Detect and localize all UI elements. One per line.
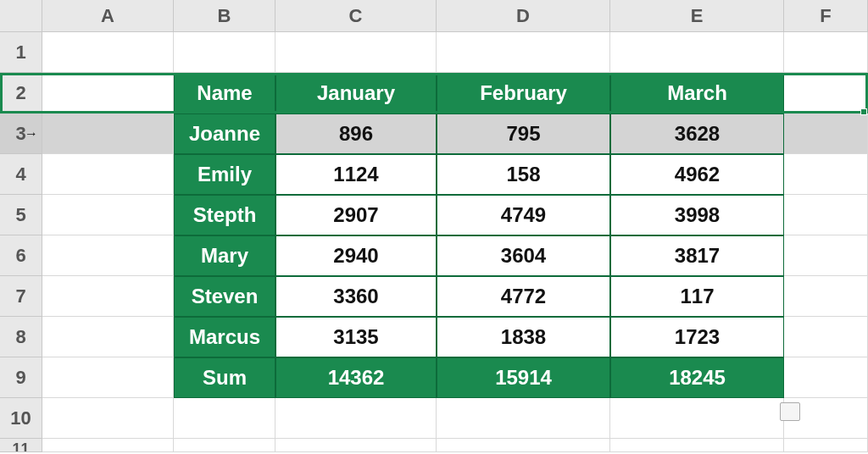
- stepth-mar[interactable]: 3998: [610, 195, 784, 235]
- cell-a1[interactable]: [42, 32, 174, 73]
- sum-label[interactable]: Sum: [174, 357, 275, 398]
- cell-a4[interactable]: [42, 154, 174, 195]
- paste-options-icon[interactable]: [780, 402, 800, 421]
- name-mary[interactable]: Mary: [174, 235, 275, 276]
- cell-c10[interactable]: [275, 398, 437, 439]
- cell-d10[interactable]: [437, 398, 610, 439]
- cell-f8[interactable]: [784, 317, 868, 357]
- col-header-d[interactable]: D: [437, 0, 610, 32]
- cell-f11[interactable]: [784, 439, 868, 452]
- sum-mar[interactable]: 18245: [610, 357, 784, 398]
- sum-jan[interactable]: 14362: [275, 357, 437, 398]
- joanne-mar[interactable]: 3628: [610, 114, 784, 154]
- steven-mar[interactable]: 117: [610, 276, 784, 317]
- cell-b10[interactable]: [174, 398, 275, 439]
- row-header-6[interactable]: 6: [0, 235, 42, 276]
- name-emily[interactable]: Emily: [174, 154, 275, 195]
- row-header-3[interactable]: 3 →: [0, 114, 42, 154]
- col-header-f[interactable]: F: [784, 0, 868, 32]
- cell-a2[interactable]: [42, 73, 174, 114]
- cell-f3[interactable]: [784, 114, 868, 154]
- row-header-8[interactable]: 8: [0, 317, 42, 357]
- joanne-feb[interactable]: 795: [437, 114, 610, 154]
- cell-d11[interactable]: [437, 439, 610, 452]
- name-joanne[interactable]: Joanne: [174, 114, 275, 154]
- row-header-9[interactable]: 9: [0, 357, 42, 398]
- cell-a7[interactable]: [42, 276, 174, 317]
- emily-mar[interactable]: 4962: [610, 154, 784, 195]
- sum-feb[interactable]: 15914: [437, 357, 610, 398]
- row-header-1[interactable]: 1: [0, 32, 42, 73]
- stepth-feb[interactable]: 4749: [437, 195, 610, 235]
- cell-f2[interactable]: [784, 73, 868, 114]
- cell-a6[interactable]: [42, 235, 174, 276]
- cell-a3[interactable]: [42, 114, 174, 154]
- cell-a11[interactable]: [42, 439, 174, 452]
- row-header-10[interactable]: 10: [0, 398, 42, 439]
- cursor-arrow-icon: →: [25, 126, 38, 141]
- row-header-7[interactable]: 7: [0, 276, 42, 317]
- col-header-c[interactable]: C: [275, 0, 437, 32]
- stepth-jan[interactable]: 2907: [275, 195, 437, 235]
- row-header-11[interactable]: 11: [0, 439, 42, 452]
- mary-jan[interactable]: 2940: [275, 235, 437, 276]
- cell-f9[interactable]: [784, 357, 868, 398]
- col-header-e[interactable]: E: [610, 0, 784, 32]
- mary-feb[interactable]: 3604: [437, 235, 610, 276]
- marcus-feb[interactable]: 1838: [437, 317, 610, 357]
- row-header-4[interactable]: 4: [0, 154, 42, 195]
- cell-b1[interactable]: [174, 32, 275, 73]
- header-name[interactable]: Name: [174, 73, 275, 114]
- cell-f4[interactable]: [784, 154, 868, 195]
- cell-e11[interactable]: [610, 439, 784, 452]
- cell-a9[interactable]: [42, 357, 174, 398]
- cell-a5[interactable]: [42, 195, 174, 235]
- col-header-a[interactable]: A: [42, 0, 174, 32]
- marcus-jan[interactable]: 3135: [275, 317, 437, 357]
- name-marcus[interactable]: Marcus: [174, 317, 275, 357]
- name-steven[interactable]: Steven: [174, 276, 275, 317]
- cell-f5[interactable]: [784, 195, 868, 235]
- cell-a8[interactable]: [42, 317, 174, 357]
- header-january[interactable]: January: [275, 73, 437, 114]
- header-february[interactable]: February: [437, 73, 610, 114]
- joanne-jan[interactable]: 896: [275, 114, 437, 154]
- cell-f1[interactable]: [784, 32, 868, 73]
- cell-a10[interactable]: [42, 398, 174, 439]
- steven-jan[interactable]: 3360: [275, 276, 437, 317]
- cell-e1[interactable]: [610, 32, 784, 73]
- steven-feb[interactable]: 4772: [437, 276, 610, 317]
- emily-jan[interactable]: 1124: [275, 154, 437, 195]
- col-header-b[interactable]: B: [174, 0, 275, 32]
- cell-c11[interactable]: [275, 439, 437, 452]
- row-header-5[interactable]: 5: [0, 195, 42, 235]
- cell-f7[interactable]: [784, 276, 868, 317]
- header-march[interactable]: March: [610, 73, 784, 114]
- marcus-mar[interactable]: 1723: [610, 317, 784, 357]
- name-stepth[interactable]: Stepth: [174, 195, 275, 235]
- emily-feb[interactable]: 158: [437, 154, 610, 195]
- cell-b11[interactable]: [174, 439, 275, 452]
- cell-c1[interactable]: [275, 32, 437, 73]
- cell-f6[interactable]: [784, 235, 868, 276]
- mary-mar[interactable]: 3817: [610, 235, 784, 276]
- spreadsheet-grid[interactable]: A B C D E F 1 2 Name January February Ma…: [0, 0, 868, 452]
- corner-cell[interactable]: [0, 0, 42, 32]
- cell-e10[interactable]: [610, 398, 784, 439]
- cell-d1[interactable]: [437, 32, 610, 73]
- row-header-2[interactable]: 2: [0, 73, 42, 114]
